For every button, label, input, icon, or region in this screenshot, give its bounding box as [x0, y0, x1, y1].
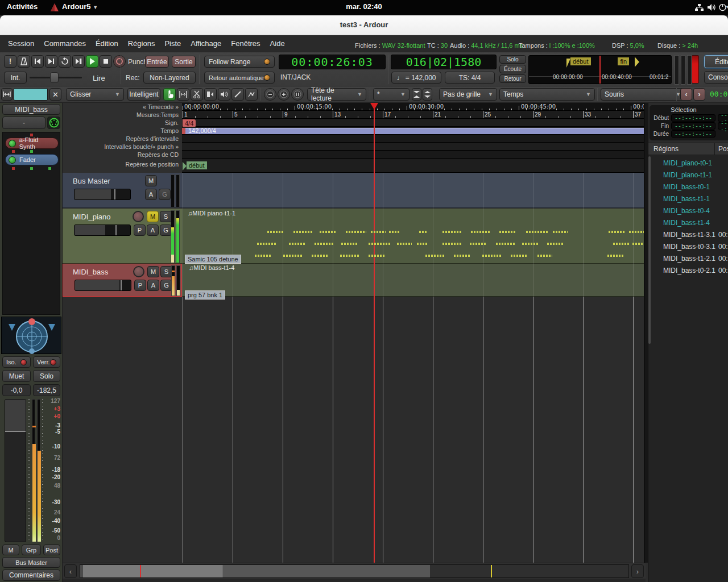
- region-list-row[interactable]: MIDI_piano-t0-1: [648, 157, 728, 169]
- processor-fader[interactable]: Fader: [5, 154, 59, 165]
- track-grow-button[interactable]: [423, 88, 432, 101]
- ruler-label[interactable]: Sign.: [165, 119, 179, 126]
- isolate-button[interactable]: Iso.: [2, 356, 31, 368]
- zoom-in-button[interactable]: [278, 88, 290, 101]
- playlist-button[interactable]: P: [134, 280, 146, 291]
- ruler-label[interactable]: Repères de position: [126, 161, 179, 168]
- region-list-row[interactable]: MIDI_bass-t0-4: [648, 205, 728, 217]
- region-midi-piano[interactable]: ♫MIDI piano-t1-1: [182, 209, 644, 264]
- regions-column-header[interactable]: Régions: [653, 145, 679, 153]
- track-header-midi-bass[interactable]: MIDI_bass M S P A G: [63, 264, 182, 297]
- mini-timeline[interactable]: début fin 00:00:00:00 00:00:40:00 00:01:…: [528, 55, 672, 84]
- menu-commandes[interactable]: Commandes: [44, 39, 86, 48]
- summary-scroll-left-button[interactable]: ‹: [64, 564, 77, 578]
- selection-length-clock[interactable]: --:--:--:--: [671, 130, 715, 138]
- nudge-forward-button[interactable]: ›: [693, 88, 705, 101]
- track-name[interactable]: MIDI_piano: [73, 213, 110, 221]
- patch-change-label[interactable]: prg 57 bnk 1: [185, 290, 225, 300]
- ruler-label[interactable]: Tempo: [160, 127, 179, 134]
- fader-handle[interactable]: [5, 431, 26, 432]
- track-gain-fader[interactable]: [74, 225, 131, 236]
- ruler-label[interactable]: Mesures:Temps: [136, 111, 179, 118]
- cd-markers-ruler[interactable]: [182, 151, 646, 159]
- tempo-marker-label[interactable]: 142,000/4: [188, 127, 216, 134]
- goto-start-button[interactable]: [31, 55, 44, 68]
- region-midi-bass[interactable]: ♫MIDI bass-t1-4: [182, 264, 644, 297]
- mixer-strip-toggle-button[interactable]: [1, 88, 13, 101]
- primary-clock[interactable]: 00:00:26:03: [279, 55, 386, 69]
- mute-button[interactable]: M: [147, 266, 159, 277]
- automation-tool-button[interactable]: [245, 88, 258, 101]
- region-list-row[interactable]: MIDI_bass-t0-1: [648, 181, 728, 193]
- secondary-clock[interactable]: 016|02|1580: [391, 55, 497, 69]
- processor-box[interactable]: a-Fluid Synth Fader: [2, 132, 60, 315]
- window-title-bar[interactable]: test3 - Ardour: [0, 15, 728, 35]
- smart-mode-button[interactable]: Intelligent: [127, 88, 160, 101]
- solo-indicator-button[interactable]: Solo: [499, 55, 526, 64]
- menu-affichage[interactable]: Affichage: [191, 39, 221, 48]
- track-shrink-button[interactable]: [412, 88, 421, 101]
- time-signature-button[interactable]: TS: 4/4: [445, 72, 495, 84]
- menu-piste[interactable]: Piste: [164, 39, 181, 48]
- menu-aide[interactable]: Aide: [270, 39, 285, 48]
- group-button[interactable]: G: [159, 189, 171, 200]
- strip-output-button[interactable]: -: [2, 117, 46, 129]
- selection-end-clock-2[interactable]: --:--:--:--: [718, 122, 728, 130]
- grid-mode-dropdown[interactable]: Pas de grille▼: [439, 88, 497, 101]
- location-markers-ruler[interactable]: début: [182, 159, 646, 173]
- region-list-row[interactable]: MIDI_bass-t1-2.100:: [648, 253, 728, 265]
- group-button[interactable]: G: [160, 280, 172, 291]
- rec-mode-button[interactable]: Non-Layered: [143, 72, 196, 84]
- play-range-button[interactable]: [72, 55, 85, 68]
- region-list-row[interactable]: MIDI_bass-t1-1: [648, 193, 728, 205]
- automation-button[interactable]: A: [147, 225, 159, 236]
- ruler-label[interactable]: Repères d'intervalle: [126, 135, 179, 142]
- solo-button[interactable]: S: [160, 211, 172, 222]
- grid-units-dropdown[interactable]: Temps▼: [499, 88, 595, 101]
- stretch-tool-button[interactable]: [204, 88, 217, 101]
- punch-out-button[interactable]: Sortie: [172, 56, 196, 68]
- timecode-ruler[interactable]: 00:00:00:0000:00:15:0000:00:30:0000:00:4…: [182, 103, 646, 111]
- panner[interactable]: [1, 317, 61, 354]
- region-list-row[interactable]: MIDI_piano-t1-1: [648, 169, 728, 181]
- signature-marker[interactable]: 4/4: [183, 119, 196, 127]
- network-icon[interactable]: [695, 3, 704, 11]
- region-list-row[interactable]: MIDI_bass-t1-3.100:: [648, 229, 728, 241]
- mute-button[interactable]: M: [145, 175, 157, 186]
- record-enable-button[interactable]: [133, 266, 144, 277]
- vertical-scrollbar[interactable]: [644, 103, 648, 563]
- audition-tool-button[interactable]: [218, 88, 230, 101]
- edit-point-dropdown[interactable]: Souris▼: [601, 88, 685, 101]
- auto-return-button[interactable]: Retour automatique: [204, 72, 275, 84]
- audition-indicator-button[interactable]: Écoute: [499, 65, 526, 73]
- region-list-row[interactable]: MIDI_bass-t0-3.100:: [648, 241, 728, 253]
- region-list-row[interactable]: MIDI_bass-t1-4: [648, 217, 728, 229]
- edit-mode-dropdown[interactable]: Glisser▼: [66, 88, 124, 101]
- zoom-out-button[interactable]: [264, 88, 276, 101]
- editor-window-button[interactable]: Éditeur: [704, 55, 728, 68]
- playlist-button[interactable]: P: [134, 225, 146, 236]
- mute-button[interactable]: Muet: [2, 370, 31, 382]
- punch-in-button[interactable]: Entrée: [145, 56, 169, 68]
- summary-scroll-right-button[interactable]: ›: [631, 564, 644, 578]
- lock-button[interactable]: Verr.: [33, 356, 60, 368]
- metering-point-button[interactable]: M: [2, 544, 19, 555]
- track-gain-fader[interactable]: [75, 280, 131, 291]
- tempo-button[interactable]: ♩ = 142,000: [391, 72, 441, 84]
- processor-a-fluid-synth[interactable]: a-Fluid Synth: [5, 138, 59, 149]
- record-button[interactable]: [113, 55, 126, 68]
- feedback-indicator-button[interactable]: Retour: [499, 74, 526, 83]
- track-lane-bus-master[interactable]: [182, 173, 644, 208]
- processor-active-led[interactable]: [9, 140, 16, 147]
- follow-range-button[interactable]: Follow Range: [204, 56, 275, 68]
- shuttle-handle[interactable]: [50, 72, 59, 83]
- ruler-label[interactable]: « Timecode »: [143, 103, 179, 110]
- group-button[interactable]: Grp: [22, 544, 41, 555]
- strip-track-name-button[interactable]: MIDI_bass: [2, 104, 60, 115]
- menu-édition[interactable]: Édition: [96, 39, 118, 48]
- zoom-fit-button[interactable]: [291, 88, 304, 101]
- ruler-label[interactable]: Repères de CD: [138, 151, 179, 158]
- volume-icon[interactable]: [707, 3, 716, 12]
- position-column-header[interactable]: Pos: [718, 145, 728, 153]
- mixer-window-button[interactable]: Console de mixage: [704, 71, 728, 84]
